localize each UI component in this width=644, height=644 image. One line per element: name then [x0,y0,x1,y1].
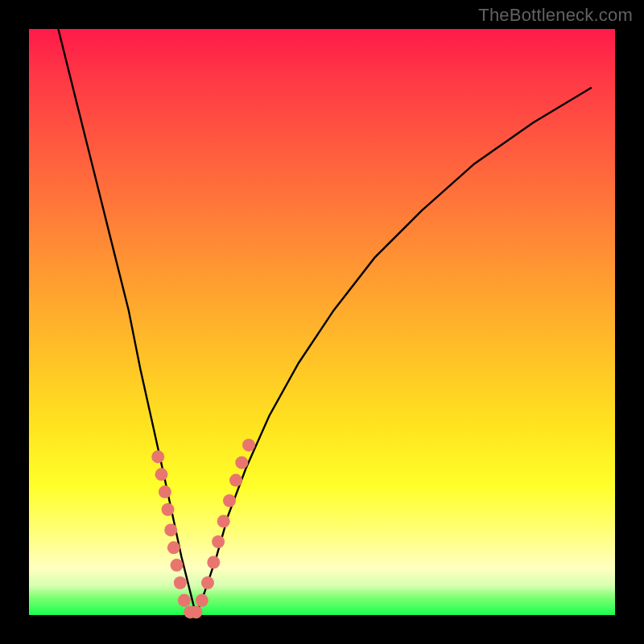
data-marker [162,503,175,516]
data-marker [174,576,187,589]
data-marker [167,541,180,554]
curve-layer [29,29,615,615]
data-marker [207,556,220,569]
data-marker [151,450,164,463]
marker-group [151,439,255,619]
data-marker [217,515,230,528]
data-marker [242,439,255,452]
data-marker [178,594,191,607]
data-marker [171,559,184,572]
bottleneck-curve [58,29,592,615]
data-marker [212,535,225,548]
data-marker [235,456,248,469]
data-marker [196,594,208,607]
data-marker [155,468,168,481]
data-marker [229,474,242,487]
data-marker [159,485,171,498]
watermark-text: TheBottleneck.com [478,5,633,26]
data-marker [190,605,203,618]
data-marker [223,494,236,507]
plot-area [29,29,615,615]
chart-frame: TheBottleneck.com [0,0,644,644]
data-marker [201,576,214,589]
data-marker [164,523,177,536]
